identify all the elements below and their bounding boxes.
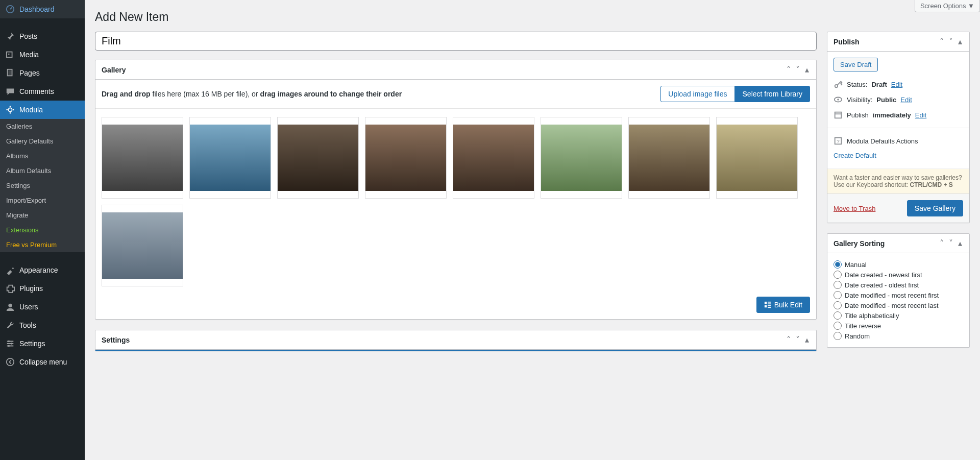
collapse-icon <box>5 357 15 367</box>
move-to-trash-link[interactable]: Move to Trash <box>834 205 875 212</box>
help-icon: ? <box>834 136 843 146</box>
sidebar-item-media[interactable]: Media <box>0 45 85 64</box>
save-draft-button[interactable]: Save Draft <box>834 58 878 71</box>
sidebar-label: Comments <box>19 87 54 95</box>
sidebar-item-plugins[interactable]: Plugins <box>0 279 85 298</box>
edit-publish-date-link[interactable]: Edit <box>915 111 926 119</box>
chevron-up-icon[interactable]: ˄ <box>939 237 945 249</box>
publish-panel: Publish ˄ ˅ ▴ Save Draft Status: <box>827 32 970 223</box>
sorting-option[interactable]: Random <box>834 331 963 341</box>
sorting-option[interactable]: Date modified - most recent last <box>834 300 963 310</box>
sidebar-label: Dashboard <box>19 5 55 13</box>
shortcut-note: Want a faster and easier way to save gal… <box>827 168 969 193</box>
thumbnail[interactable] <box>189 117 271 199</box>
sidebar-item-comments[interactable]: Comments <box>0 82 85 101</box>
submenu-galleries[interactable]: Galleries <box>0 119 85 134</box>
modula-submenu: Galleries Gallery Defaults Albums Album … <box>0 119 85 252</box>
submenu-free-vs-premium[interactable]: Free vs Premium <box>0 237 85 252</box>
submenu-albums[interactable]: Albums <box>0 149 85 163</box>
settings-panel: Settings ˄ ˅ ▴ <box>95 330 817 351</box>
svg-rect-17 <box>768 303 771 304</box>
chevron-up-icon[interactable]: ˄ <box>786 64 792 76</box>
submenu-migrate[interactable]: Migrate <box>0 208 85 223</box>
sorting-option[interactable]: Manual <box>834 259 963 270</box>
appearance-icon <box>5 265 15 275</box>
sorting-option[interactable]: Title reverse <box>834 321 963 331</box>
submenu-settings[interactable]: Settings <box>0 178 85 193</box>
publish-heading: Publish <box>834 38 860 46</box>
submenu-gallery-defaults[interactable]: Gallery Defaults <box>0 134 85 149</box>
thumbnail[interactable] <box>365 117 447 199</box>
svg-point-7 <box>13 109 14 111</box>
screen-options-toggle[interactable]: Screen Options ▼ <box>915 0 980 12</box>
bulk-edit-button[interactable]: Bulk Edit <box>756 297 810 313</box>
edit-visibility-link[interactable]: Edit <box>900 96 912 104</box>
thumbnail[interactable] <box>716 117 798 199</box>
sidebar-item-tools[interactable]: Tools <box>0 316 85 334</box>
svg-rect-19 <box>768 305 771 306</box>
chevron-down-icon[interactable]: ˅ <box>795 334 801 346</box>
sorting-option[interactable]: Date created - oldest first <box>834 280 963 290</box>
create-default-link[interactable]: Create Default <box>834 152 876 159</box>
svg-rect-15 <box>765 302 767 304</box>
thumbnail[interactable] <box>102 117 183 199</box>
sorting-option[interactable]: Title alphabetically <box>834 310 963 321</box>
svg-point-14 <box>7 358 14 366</box>
calendar-icon <box>834 110 843 119</box>
key-icon <box>834 80 843 89</box>
svg-point-6 <box>10 106 11 107</box>
settings-icon <box>5 338 15 349</box>
sidebar-item-collapse[interactable]: Collapse menu <box>0 353 85 371</box>
sorting-option[interactable]: Date created - newest first <box>834 270 963 280</box>
chevron-up-icon[interactable]: ˄ <box>786 334 792 346</box>
thumbnail[interactable] <box>453 117 534 199</box>
svg-point-13 <box>8 345 10 347</box>
chevron-down-icon[interactable]: ˅ <box>948 237 954 249</box>
submenu-album-defaults[interactable]: Album Defaults <box>0 163 85 178</box>
sorting-option[interactable]: Date modified - most recent first <box>834 290 963 300</box>
sidebar-item-users[interactable]: Users <box>0 298 85 316</box>
collapse-panel-icon[interactable]: ▴ <box>957 237 963 249</box>
chevron-up-icon[interactable]: ˄ <box>939 36 945 47</box>
plugin-icon <box>5 283 15 294</box>
dashboard-icon <box>5 4 15 14</box>
grid-icon <box>764 301 771 308</box>
sorting-options: ManualDate created - newest firstDate cr… <box>827 253 969 347</box>
media-icon <box>5 50 15 60</box>
pin-icon <box>5 31 15 41</box>
collapse-panel-icon[interactable]: ▴ <box>804 334 810 346</box>
thumbnail[interactable] <box>541 117 622 199</box>
svg-point-5 <box>8 108 12 111</box>
sidebar-label: Users <box>19 303 38 311</box>
select-from-library-button[interactable]: Select from Library <box>735 86 810 102</box>
svg-rect-20 <box>768 307 771 308</box>
sidebar-label: Media <box>19 51 39 59</box>
svg-rect-16 <box>768 302 771 303</box>
sidebar-item-modula[interactable]: Modula <box>0 101 85 119</box>
submenu-import-export[interactable]: Import/Export <box>0 193 85 208</box>
sidebar-item-appearance[interactable]: Appearance <box>0 261 85 279</box>
svg-text:?: ? <box>837 138 840 144</box>
chevron-down-icon[interactable]: ˅ <box>795 64 801 76</box>
edit-status-link[interactable]: Edit <box>891 81 902 88</box>
thumbnail[interactable] <box>277 117 359 199</box>
collapse-panel-icon[interactable]: ▴ <box>804 64 810 76</box>
upload-images-button[interactable]: Upload image files <box>660 86 734 102</box>
sidebar-item-dashboard[interactable]: Dashboard <box>0 0 85 18</box>
svg-rect-18 <box>765 305 767 307</box>
thumbnail[interactable] <box>628 117 710 199</box>
chevron-down-icon[interactable]: ˅ <box>948 36 954 47</box>
sidebar-item-pages[interactable]: Pages <box>0 64 85 82</box>
thumbnail[interactable] <box>102 205 183 286</box>
eye-icon <box>834 95 843 104</box>
svg-point-11 <box>8 341 10 343</box>
sidebar-label: Posts <box>19 32 37 40</box>
sidebar-item-settings[interactable]: Settings <box>0 334 85 353</box>
sidebar-item-posts[interactable]: Posts <box>0 27 85 45</box>
sidebar-label: Pages <box>19 69 40 77</box>
title-input[interactable] <box>95 32 817 51</box>
collapse-panel-icon[interactable]: ▴ <box>957 36 963 47</box>
gallery-panel: Gallery ˄ ˅ ▴ Drag and drop files here (… <box>95 60 817 320</box>
submenu-extensions[interactable]: Extensions <box>0 223 85 237</box>
save-gallery-button[interactable]: Save Gallery <box>907 200 963 216</box>
